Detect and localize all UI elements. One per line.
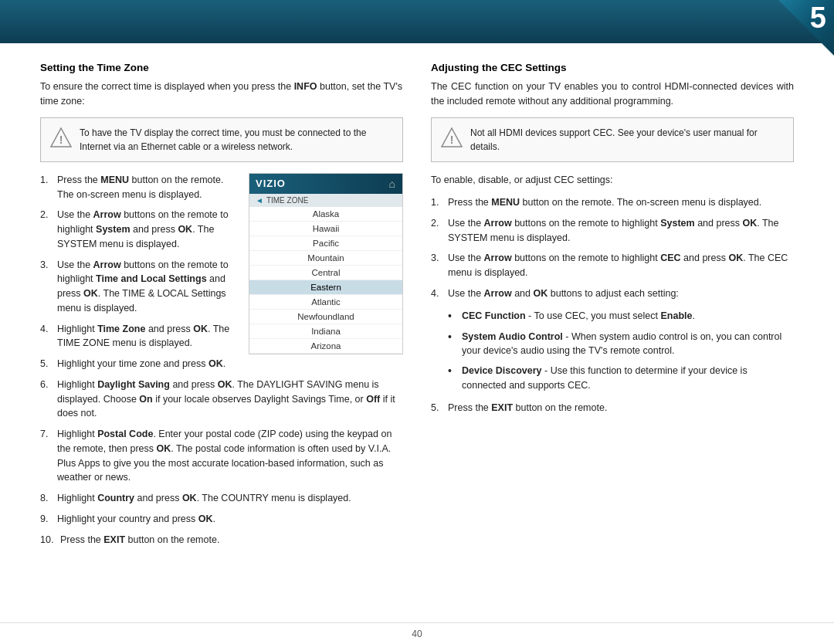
tv-menu-item-central: Central [249, 266, 402, 280]
tv-submenu-label: TIME ZONE [266, 196, 308, 205]
tv-menu-item-newfoundland: Newfoundland [249, 310, 402, 324]
right-intro: The CEC function on your TV enables you … [431, 80, 794, 110]
home-icon: ⌂ [389, 178, 396, 190]
left-step-7: 7. Highlight Postal Code. Enter your pos… [40, 427, 403, 485]
footer-page-number: 40 [412, 629, 422, 639]
footer: 40 [0, 622, 834, 644]
left-section-heading: Setting the Time Zone [40, 62, 403, 73]
right-step-1: 1. Press the MENU button on the remote. … [431, 195, 794, 210]
left-intro: To ensure the correct time is displayed … [40, 80, 403, 110]
tv-menu-subheader: ◄ TIME ZONE [249, 194, 402, 207]
tv-menu-item-atlantic: Atlantic [249, 295, 402, 310]
tv-menu: VIZIO ⌂ ◄ TIME ZONE Alaska Hawaii Pacifi… [249, 173, 403, 354]
tv-menu-item-indiana: Indiana [249, 324, 402, 339]
right-step5-list: 5. Press the EXIT button on the remote. [431, 401, 794, 415]
right-step-3: 3. Use the Arrow buttons on the remote t… [431, 251, 794, 280]
info-bold: INFO [294, 81, 317, 92]
warning-icon-right: ! [441, 127, 463, 148]
left-step-8: 8. Highlight Country and press OK. The C… [40, 491, 403, 506]
right-section-heading: Adjusting the CEC Settings [431, 62, 794, 73]
tv-menu-item-pacific: Pacific [249, 236, 402, 251]
left-column: Setting the Time Zone To ensure the corr… [40, 62, 403, 607]
right-enable-text: To enable, disable, or adjust CEC settin… [431, 173, 794, 188]
warning-icon-left: ! [50, 127, 72, 148]
top-bar [0, 0, 834, 43]
bullet-system-audio: • System Audio Control - When system aud… [448, 330, 794, 359]
left-step-6: 6. Highlight Daylight Saving and press O… [40, 378, 403, 421]
right-warning-text: Not all HDMI devices support CEC. See yo… [470, 126, 784, 154]
tv-menu-header: VIZIO ⌂ [249, 174, 402, 194]
left-step-1: 1. Press the MENU button on the remote. … [40, 173, 238, 202]
svg-text:!: ! [450, 134, 454, 146]
right-warning-box: ! Not all HDMI devices support CEC. See … [431, 117, 794, 162]
left-warning-box: ! To have the TV display the correct tim… [40, 117, 403, 162]
left-step-3: 3. Use the Arrow buttons on the remote t… [40, 258, 238, 316]
left-step-5: 5. Highlight your time zone and press OK… [40, 357, 238, 371]
right-column: Adjusting the CEC Settings The CEC funct… [431, 62, 794, 607]
bullet-cec-function: • CEC Function - To use CEC, you must se… [448, 309, 794, 324]
right-bullet-list: • CEC Function - To use CEC, you must se… [448, 309, 794, 393]
right-step-2: 2. Use the Arrow buttons on the remote t… [431, 216, 794, 246]
left-step-9: 9. Highlight your country and press OK. [40, 512, 403, 527]
left-column-inner: Setting the Time Zone To ensure the corr… [40, 62, 403, 547]
left-step-2: 2. Use the Arrow buttons on the remote t… [40, 208, 238, 251]
tv-brand: VIZIO [256, 178, 286, 189]
page-number: 5 [810, 0, 834, 32]
right-step-5: 5. Press the EXIT button on the remote. [431, 401, 794, 415]
bullet-device-discovery: • Device Discovery - Use this function t… [448, 364, 794, 393]
tv-menu-item-mountain: Mountain [249, 251, 402, 266]
tv-menu-item-hawaii: Hawaii [249, 222, 402, 236]
right-step-4: 4. Use the Arrow and OK buttons to adjus… [431, 286, 794, 301]
tv-menu-item-alaska: Alaska [249, 207, 402, 222]
main-content: Setting the Time Zone To ensure the corr… [0, 43, 834, 622]
tv-menu-item-eastern: Eastern [249, 280, 402, 295]
left-step-10: 10. Press the EXIT button on the remote. [40, 533, 403, 547]
right-steps-list: 1. Press the MENU button on the remote. … [431, 195, 794, 301]
left-warning-text: To have the TV display the correct time,… [80, 126, 393, 154]
back-arrow: ◄ [256, 196, 263, 205]
left-step-4: 4. Highlight Time Zone and press OK. The… [40, 322, 238, 351]
svg-text:!: ! [59, 134, 63, 146]
tv-menu-item-arizona: Arizona [249, 339, 402, 354]
